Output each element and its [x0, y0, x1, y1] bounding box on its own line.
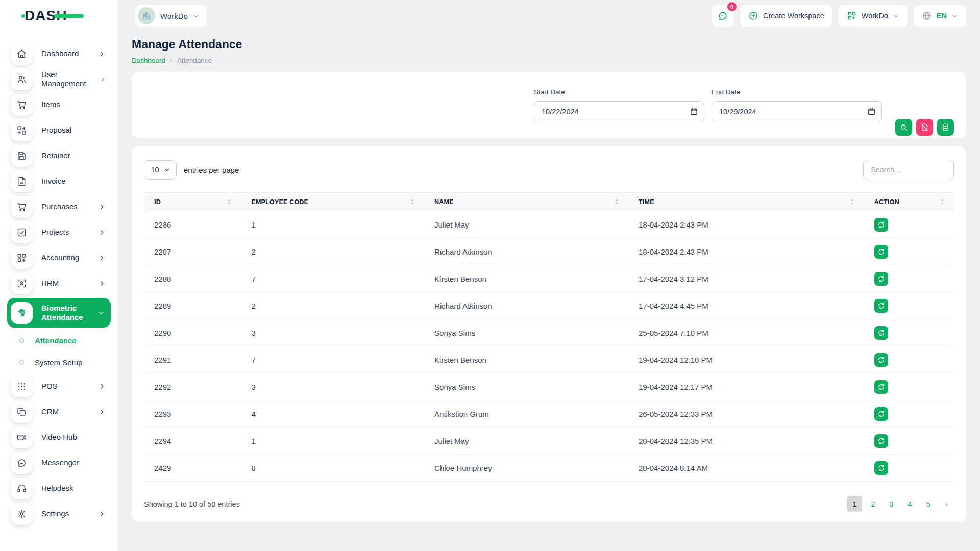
cell-name: Richard Atkinson: [424, 292, 628, 319]
cell-action: [864, 238, 954, 265]
cell-name: Chloe Humphrey: [424, 455, 628, 482]
reset-filter-button[interactable]: [916, 119, 933, 136]
sync-attendance-button[interactable]: [874, 353, 888, 367]
sync-data-button[interactable]: [937, 119, 954, 136]
sidebar-item-crm[interactable]: CRM: [0, 399, 117, 424]
cell-employee-code: 2: [241, 292, 424, 319]
fingerprint-icon: [11, 302, 33, 324]
circle-bullet-icon: [19, 338, 24, 343]
sync-attendance-button[interactable]: [874, 407, 888, 421]
column-header-time[interactable]: TIME: [628, 193, 864, 211]
cell-time: 17-04-2024 3:12 PM: [628, 265, 864, 292]
sync-attendance-button[interactable]: [874, 326, 888, 340]
calendar-icon[interactable]: [690, 107, 698, 116]
users-icon: [11, 68, 33, 90]
create-workspace-button[interactable]: Create Workspace: [740, 5, 832, 27]
sync-attendance-button[interactable]: [874, 434, 888, 448]
sidebar-item-messenger[interactable]: Messenger: [0, 450, 117, 475]
cell-id: 2288: [144, 265, 241, 292]
next-page-button[interactable]: ›: [939, 496, 954, 512]
breadcrumb-dashboard-link[interactable]: Dashboard: [132, 57, 165, 64]
sidebar-item-hrm[interactable]: HRM: [0, 270, 117, 296]
page-title: Manage Attendance: [132, 38, 966, 52]
sidebar-item-proposal[interactable]: Proposal: [0, 117, 117, 143]
sync-attendance-button[interactable]: [874, 218, 888, 232]
globe-icon: [922, 11, 932, 21]
cell-name: Kirsten Benson: [424, 265, 628, 292]
cell-time: 25-05-2024 7:10 PM: [628, 319, 864, 346]
language-selector[interactable]: EN: [914, 5, 966, 27]
filter-buttons: [895, 119, 954, 136]
sidebar-item-items[interactable]: Items: [0, 92, 117, 117]
cell-time: 20-04-2024 8:14 AM: [628, 455, 864, 482]
workspace-menu-button[interactable]: WorkDo: [839, 5, 908, 27]
home-icon: [11, 43, 33, 65]
cell-employee-code: 3: [241, 373, 424, 400]
column-header-employee-code[interactable]: EMPLOYEE CODE: [241, 193, 424, 211]
filter-card: Start Date End Date: [132, 72, 966, 138]
sidebar-item-user-management[interactable]: User Management: [0, 66, 117, 92]
sidebar-item-biometric-attendance[interactable]: Biometric Attendance: [7, 298, 111, 328]
chevron-right-icon: [99, 255, 105, 261]
page-5-button[interactable]: 5: [921, 496, 936, 512]
sidebar-nav: Dashboard User Management Items Proposal…: [0, 32, 117, 527]
sync-attendance-button[interactable]: [874, 461, 888, 475]
column-header-id[interactable]: ID: [144, 193, 241, 211]
entries-per-page-select[interactable]: 10: [144, 160, 177, 180]
cell-name: Antikstion Grum: [424, 400, 628, 428]
sort-icon: [941, 199, 944, 205]
workspace-switcher[interactable]: WorkDo: [135, 5, 207, 27]
sidebar-item-purchases[interactable]: Purchases: [0, 194, 117, 219]
sync-attendance-button[interactable]: [874, 380, 888, 394]
sync-attendance-button[interactable]: [874, 299, 888, 313]
page-2-button[interactable]: 2: [866, 496, 880, 512]
page-1-button[interactable]: 1: [847, 496, 862, 512]
sidebar-item-label: Purchases: [41, 202, 78, 211]
file-slash-icon: [920, 123, 929, 132]
messages-button[interactable]: 0: [712, 5, 734, 27]
sidebar-subitem-attendance[interactable]: Attendance: [0, 330, 117, 352]
calendar-icon[interactable]: [867, 107, 876, 116]
sidebar-item-dashboard[interactable]: Dashboard: [0, 41, 117, 66]
cell-employee-code: 8: [241, 455, 424, 482]
chevron-down-icon: [893, 13, 899, 19]
logo-text-accent: H: [56, 8, 66, 24]
column-header-action[interactable]: ACTION: [864, 193, 954, 211]
sidebar-item-label: Projects: [41, 228, 69, 237]
sidebar-item-invoice[interactable]: Invoice: [0, 168, 117, 194]
search-button[interactable]: [895, 119, 912, 136]
search-icon: [899, 123, 908, 132]
cell-action: [864, 292, 954, 319]
sync-attendance-button[interactable]: [874, 272, 888, 286]
sync-attendance-button[interactable]: [874, 245, 888, 259]
start-date-input[interactable]: [534, 101, 704, 122]
cell-time: 19-04-2024 12:17 PM: [628, 373, 864, 400]
sidebar-item-label: Proposal: [41, 126, 71, 135]
page-3-button[interactable]: 3: [884, 496, 899, 512]
sidebar-item-helpdesk[interactable]: Helpdesk: [0, 475, 117, 501]
column-label: EMPLOYEE CODE: [251, 198, 308, 206]
cell-action: [864, 211, 954, 238]
sidebar-item-pos[interactable]: POS: [0, 373, 117, 399]
sidebar-subitem-system-setup[interactable]: System Setup: [0, 352, 117, 373]
cart-icon: [11, 196, 33, 218]
sidebar-item-retainer[interactable]: Retainer: [0, 143, 117, 168]
cell-employee-code: 3: [241, 319, 424, 346]
table-row: 2288 7 Kirsten Benson 17-04-2024 3:12 PM: [144, 265, 954, 292]
end-date-input[interactable]: [712, 101, 882, 122]
sidebar-item-label: Biometric Attendance: [41, 304, 89, 322]
cell-name: Juliet May: [424, 428, 628, 455]
app-logo[interactable]: DAS H: [0, 0, 117, 32]
end-date-label: End Date: [712, 88, 882, 96]
table-search-input[interactable]: [863, 160, 954, 180]
sidebar-item-projects[interactable]: Projects: [0, 219, 117, 245]
sidebar-item-label: Helpdesk: [41, 484, 74, 493]
cell-id: 2292: [144, 373, 241, 400]
sidebar-item-accounting[interactable]: Accounting: [0, 245, 117, 270]
cell-id: 2294: [144, 428, 241, 455]
page-4-button[interactable]: 4: [902, 496, 917, 512]
sidebar-item-video-hub[interactable]: Video Hub: [0, 424, 117, 450]
column-label: ACTION: [874, 198, 899, 206]
sidebar-item-settings[interactable]: Settings: [0, 501, 117, 527]
column-header-name[interactable]: NAME: [424, 193, 628, 211]
